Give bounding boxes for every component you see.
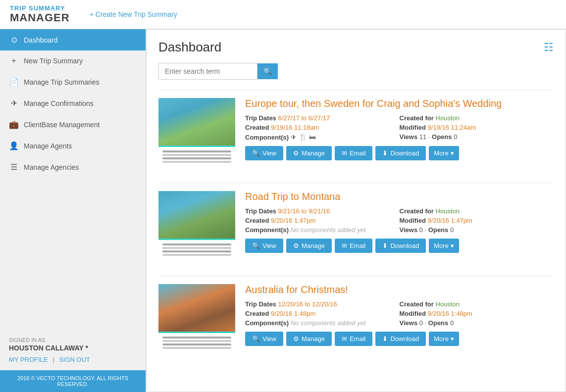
profile-links: MY PROFILE | SIGN OUT (9, 356, 137, 363)
search-bar: 🔍 (158, 63, 554, 80)
footer-bar: 2016 © VECTO TECHNOLOGY. ALL RIGHTS RESE… (0, 370, 146, 392)
email-button[interactable]: ✉Email (335, 332, 373, 346)
trip-meta: Trip Dates 6/27/17 to 6/27/17 Created fo… (245, 114, 554, 141)
sidebar-item-label: Manage Trip Summaries (24, 78, 100, 86)
search-button[interactable]: 🔍 (257, 63, 278, 79)
email-icon: ✉ (342, 242, 347, 249)
manage-button[interactable]: ⚙Manage (286, 146, 332, 160)
sidebar-item-manage-agencies[interactable]: ☰ Manage Agencies (0, 156, 146, 178)
person-icon: 👤 (9, 141, 19, 150)
manage-button[interactable]: ⚙Manage (286, 332, 332, 346)
sidebar-item-clientbase[interactable]: 💼 ClientBase Management (0, 114, 146, 135)
search-icon: 🔍 (263, 67, 272, 75)
trip-card: Europe tour, then Sweden for Craig and S… (158, 90, 554, 183)
trip-thumbnail (158, 284, 235, 361)
trip-info: Road Trip to Montana Trip Dates 9/21/16 … (245, 191, 554, 268)
create-new-trip-link[interactable]: + Create New Trip Summary (90, 10, 177, 18)
sidebar-item-manage-summaries[interactable]: 📄 Manage Trip Summaries (0, 71, 146, 93)
manage-icon: ⚙ (293, 242, 299, 249)
manage-icon: ⚙ (293, 149, 299, 157)
more-button[interactable]: More ▾ (429, 239, 459, 253)
grid-icon: ☰ (9, 162, 19, 172)
briefcase-icon: 💼 (9, 120, 19, 129)
main-layout: ⊙ Dashboard + New Trip Summary 📄 Manage … (0, 29, 566, 392)
search-input[interactable] (158, 63, 257, 80)
trip-info: Australia for Christmas! Trip Dates 12/2… (245, 284, 554, 361)
logo-top: TRIP SUMMARY (10, 5, 70, 12)
email-button[interactable]: ✉Email (335, 146, 373, 160)
signed-in-name: HOUSTON CALLAWAY * (9, 344, 137, 352)
content-area: Dashboard ☷ 🔍 (146, 29, 566, 392)
view-button[interactable]: 🔍View (245, 239, 283, 253)
trip-meta: Trip Dates 12/20/16 to 12/20/16 Created … (245, 300, 554, 327)
sidebar-item-label: New Trip Summary (24, 57, 83, 65)
view-icon: 🔍 (252, 149, 260, 157)
trip-thumbnail (158, 191, 235, 268)
download-button[interactable]: ⬇Download (375, 146, 426, 160)
trip-card: Australia for Christmas! Trip Dates 12/2… (158, 276, 554, 369)
view-button[interactable]: 🔍View (245, 146, 283, 160)
email-button[interactable]: ✉Email (335, 239, 373, 253)
manage-icon: ⚙ (293, 335, 299, 343)
more-button[interactable]: More ▾ (429, 332, 459, 346)
footer-text: 2016 © VECTO TECHNOLOGY. ALL RIGHTS RESE… (17, 375, 128, 387)
sidebar-item-label: Manage Agencies (24, 163, 79, 171)
logo-bottom: MANAGER (10, 12, 70, 24)
download-icon: ⬇ (382, 242, 388, 249)
sidebar-item-manage-agents[interactable]: 👤 Manage Agents (0, 135, 146, 156)
trip-actions: 🔍View ⚙Manage ✉Email ⬇Download More ▾ (245, 146, 554, 160)
sign-out-link[interactable]: SIGN OUT (59, 356, 90, 363)
trip-title: Europe tour, then Sweden for Craig and S… (245, 98, 554, 109)
sidebar: ⊙ Dashboard + New Trip Summary 📄 Manage … (0, 29, 146, 392)
trip-thumbnail (158, 98, 235, 175)
sidebar-item-dashboard[interactable]: ⊙ Dashboard (0, 29, 146, 50)
sidebar-item-label: Dashboard (24, 36, 58, 44)
logo: TRIP SUMMARY MANAGER (10, 5, 70, 24)
trip-meta: Trip Dates 9/21/16 to 9/21/16 Created fo… (245, 207, 554, 234)
signed-in-section: SIGNED IN AS HOUSTON CALLAWAY * MY PROFI… (0, 330, 146, 370)
plus-icon: + (9, 56, 19, 65)
sidebar-item-label: Manage Confirmations (24, 99, 94, 107)
view-icon: 🔍 (252, 335, 260, 343)
more-button[interactable]: More ▾ (429, 146, 459, 160)
view-icon: 🔍 (252, 242, 260, 249)
signed-in-label: SIGNED IN AS (9, 337, 137, 343)
manage-button[interactable]: ⚙Manage (286, 239, 332, 253)
document-icon: 📄 (9, 77, 19, 87)
email-icon: ✉ (342, 335, 347, 343)
sidebar-item-manage-confirmations[interactable]: ✈ Manage Confirmations (0, 93, 146, 114)
download-button[interactable]: ⬇Download (375, 332, 426, 346)
list-view-icon[interactable]: ☷ (544, 41, 554, 54)
dashboard-icon: ⊙ (9, 35, 19, 45)
trip-actions: 🔍View ⚙Manage ✉Email ⬇Download More ▾ (245, 239, 554, 253)
content-header: Dashboard ☷ (158, 40, 554, 55)
sidebar-item-new-trip[interactable]: + New Trip Summary (0, 50, 146, 71)
trip-title: Road Trip to Montana (245, 191, 554, 202)
page-title: Dashboard (158, 40, 221, 55)
trip-card: Road Trip to Montana Trip Dates 9/21/16 … (158, 183, 554, 276)
download-icon: ⬇ (382, 149, 388, 157)
trip-actions: 🔍View ⚙Manage ✉Email ⬇Download More ▾ (245, 332, 554, 346)
email-icon: ✉ (342, 149, 347, 157)
sidebar-item-label: ClientBase Management (24, 121, 100, 129)
sidebar-item-label: Manage Agents (24, 142, 72, 150)
trip-info: Europe tour, then Sweden for Craig and S… (245, 98, 554, 175)
download-button[interactable]: ⬇Download (375, 239, 426, 253)
download-icon: ⬇ (382, 335, 388, 343)
view-button[interactable]: 🔍View (245, 332, 283, 346)
topbar: TRIP SUMMARY MANAGER + Create New Trip S… (0, 0, 566, 29)
trip-title: Australia for Christmas! (245, 284, 554, 295)
my-profile-link[interactable]: MY PROFILE (9, 356, 48, 363)
plane-icon: ✈ (9, 98, 19, 108)
